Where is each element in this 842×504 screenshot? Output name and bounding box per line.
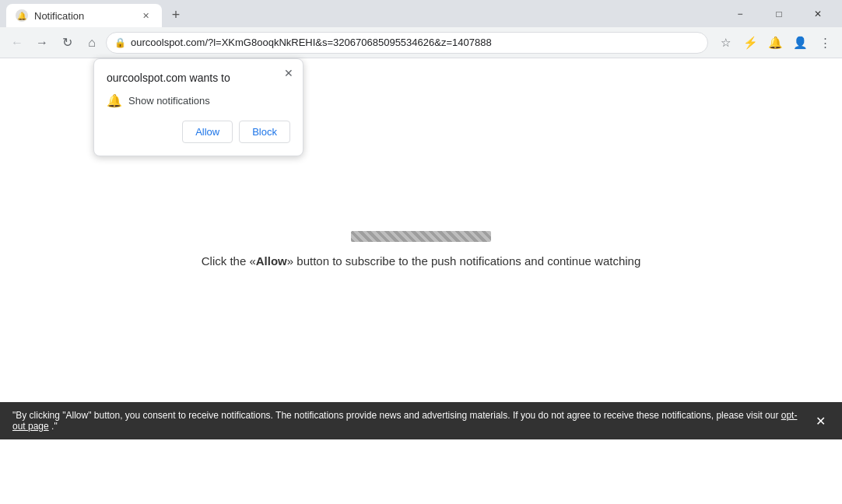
- close-button[interactable]: ✕: [800, 0, 836, 27]
- permission-text: Show notifications: [128, 95, 210, 107]
- instruction-suffix: » button to subscribe to the push notifi…: [287, 254, 640, 268]
- bottom-text-part1: "By clicking "Allow" button, you consent…: [12, 410, 781, 421]
- new-tab-button[interactable]: +: [165, 4, 187, 26]
- popup-permission-row: 🔔 Show notifications: [107, 93, 290, 108]
- home-button[interactable]: ⌂: [81, 32, 103, 54]
- bottom-bar-text: "By clicking "Allow" button, you consent…: [12, 410, 805, 432]
- address-bar[interactable]: 🔒 ourcoolspot.com/?l=XKmG8ooqkNkREHI&s=3…: [106, 32, 708, 54]
- extensions-button[interactable]: ⚡: [739, 32, 761, 54]
- page-content: ourcoolspot.com wants to ✕ 🔔 Show notifi…: [0, 58, 842, 439]
- tab-favicon: 🔔: [16, 9, 28, 22]
- tab-close-button[interactable]: ✕: [139, 9, 153, 23]
- bottom-notification-bar: "By clicking "Allow" button, you consent…: [0, 402, 842, 439]
- browser-tab[interactable]: 🔔 Notification ✕: [6, 4, 162, 27]
- page-body: Click the «Allow» button to subscribe to…: [202, 231, 641, 268]
- bottom-text-part2: .": [49, 421, 58, 432]
- maximize-button[interactable]: □: [761, 0, 797, 27]
- refresh-button[interactable]: ↻: [56, 32, 78, 54]
- menu-button[interactable]: ⋮: [814, 32, 836, 54]
- notification-popup: ourcoolspot.com wants to ✕ 🔔 Show notifi…: [93, 58, 303, 156]
- bottom-bar-close-button[interactable]: ✕: [811, 411, 830, 430]
- allow-button[interactable]: Allow: [182, 121, 233, 143]
- popup-buttons: Allow Block: [107, 121, 290, 143]
- block-button[interactable]: Block: [239, 121, 290, 143]
- alerts-button[interactable]: 🔔: [764, 32, 786, 54]
- address-text: ourcoolspot.com/?l=XKmG8ooqkNkREHI&s=320…: [131, 37, 700, 48]
- window-controls: − □ ✕: [722, 0, 836, 27]
- popup-close-button[interactable]: ✕: [281, 65, 296, 81]
- browser-toolbar: ← → ↻ ⌂ 🔒 ourcoolspot.com/?l=XKmG8ooqkNk…: [0, 27, 842, 58]
- popup-title: ourcoolspot.com wants to: [107, 72, 290, 84]
- bell-icon: 🔔: [107, 93, 122, 108]
- lock-icon: 🔒: [114, 37, 126, 48]
- bookmark-button[interactable]: ☆: [714, 32, 736, 54]
- minimize-button[interactable]: −: [722, 0, 758, 27]
- back-button[interactable]: ←: [6, 32, 28, 54]
- progress-bar: [351, 231, 491, 242]
- toolbar-icons: ☆ ⚡ 🔔 👤 ⋮: [714, 32, 836, 54]
- instruction-prefix: Click the «: [202, 254, 256, 268]
- instruction-allow: Allow: [256, 254, 287, 268]
- title-bar: 🔔 Notification ✕ + − □ ✕: [0, 0, 842, 27]
- forward-button[interactable]: →: [31, 32, 53, 54]
- account-button[interactable]: 👤: [789, 32, 811, 54]
- page-instruction: Click the «Allow» button to subscribe to…: [202, 254, 641, 268]
- tab-title: Notification: [34, 10, 132, 22]
